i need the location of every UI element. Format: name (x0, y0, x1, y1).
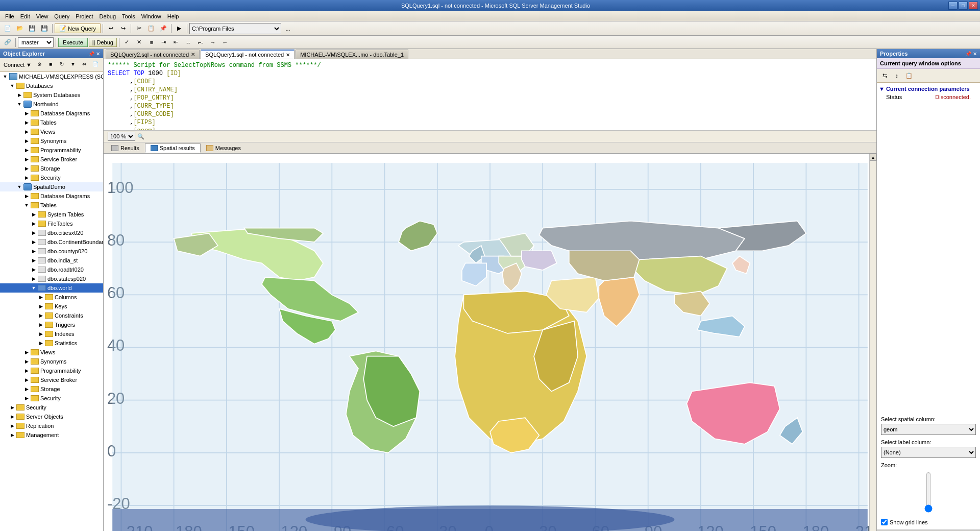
filter-btn[interactable]: ▼ (68, 59, 78, 68)
tree-northwind[interactable]: ▼ Northwind (0, 100, 103, 109)
tree-nw-tables[interactable]: ▶ Tables (0, 118, 103, 127)
menu-query[interactable]: Query (51, 12, 72, 20)
tab-table1[interactable]: MICHAEL-VM\SQLEX...mo - dbo.Table_1 (296, 50, 408, 59)
path-select[interactable]: C:\Program Files (189, 23, 281, 34)
tree-sp-views[interactable]: ▶ Views (0, 348, 103, 357)
sp-diag-expand[interactable]: ▶ (22, 192, 31, 200)
tree-sp-tables[interactable]: ▼ Tables (0, 201, 103, 210)
tree-server[interactable]: ▼ MICHAEL-VM\SQLEXPRESS (SQL Server 1 (0, 72, 103, 81)
refresh-btn[interactable]: ↻ (57, 59, 67, 68)
stat-expand[interactable]: ▶ (37, 339, 45, 347)
close-button[interactable]: ✕ (969, 2, 978, 10)
label-column-select[interactable]: (None) (881, 447, 976, 458)
spatial-results-tab[interactable]: Spatial results (145, 143, 201, 153)
run-btn[interactable]: ▶ (174, 23, 185, 34)
tree-server-objects[interactable]: ▶ Server Objects (0, 412, 103, 421)
sysdb-expand[interactable]: ▶ (15, 91, 23, 99)
zoom-select[interactable]: 100 % (108, 132, 135, 141)
nw-views-expand[interactable]: ▶ (22, 128, 31, 136)
prop-btn3[interactable]: 📋 (903, 70, 915, 81)
menu-view[interactable]: View (33, 12, 52, 20)
world-expand[interactable]: ▼ (30, 284, 38, 292)
sql-editor[interactable]: ****** Script for SelectTopNRows command… (104, 59, 876, 131)
tab-query2-close[interactable]: ✕ (191, 52, 195, 57)
menu-tools[interactable]: Tools (119, 12, 138, 20)
oe-pin-btn[interactable]: 📌 (88, 51, 94, 57)
menu-window[interactable]: Window (138, 12, 164, 20)
disconnect-btn[interactable]: ⊗ (34, 59, 44, 68)
tree-statistics[interactable]: ▶ Statistics (0, 339, 103, 348)
nw-syn-expand[interactable]: ▶ (22, 137, 31, 145)
tree-system-db[interactable]: ▶ System Databases (0, 90, 103, 100)
tree-keys[interactable]: ▶ Keys (0, 302, 103, 311)
debug-button[interactable]: || Debug (89, 38, 117, 47)
tab-query1[interactable]: SQLQuery1.sql - not connected ✕ (201, 50, 295, 59)
server-expand[interactable]: ▼ (1, 73, 9, 81)
tree-sp-diagrams[interactable]: ▶ Database Diagrams (0, 191, 103, 201)
tree-world[interactable]: ▼ dbo.world (0, 283, 103, 293)
sp-prog-expand[interactable]: ▶ (22, 367, 31, 375)
menu-help[interactable]: Help (164, 12, 182, 20)
mgmt-expand[interactable]: ▶ (8, 431, 16, 439)
road-expand[interactable]: ▶ (30, 266, 38, 274)
uncomment-btn[interactable]: ⌐- (195, 37, 206, 48)
sp-views-expand[interactable]: ▶ (22, 348, 31, 356)
nw-sb-expand[interactable]: ▶ (22, 155, 31, 163)
new-query-oe-btn[interactable]: 📄 (90, 59, 101, 68)
new-file-btn[interactable]: 📄 (2, 23, 13, 34)
prop-pin-btn[interactable]: 📌 (965, 51, 971, 57)
sp-expand[interactable]: ▼ (15, 183, 23, 191)
decrease-indent-btn[interactable]: ← (219, 37, 231, 48)
show-grid-lines-checkbox[interactable]: Show grid lines (881, 519, 976, 525)
maximize-button[interactable]: □ (959, 2, 968, 10)
prop-btn2[interactable]: ↕ (891, 70, 902, 81)
tree-nw-security[interactable]: ▶ Security (0, 173, 103, 182)
paste-btn[interactable]: 📌 (158, 23, 169, 34)
collapse-icon[interactable]: ▼ (879, 86, 885, 92)
tree-road[interactable]: ▶ dbo.roadtrl020 (0, 265, 103, 274)
connect-btn[interactable]: 🔗 (2, 37, 13, 48)
tree-triggers[interactable]: ▶ Triggers (0, 320, 103, 329)
repl-expand[interactable]: ▶ (8, 422, 16, 430)
menu-debug[interactable]: Debug (96, 12, 119, 20)
tree-sp-sb[interactable]: ▶ Service Broker (0, 375, 103, 384)
sp-syn-expand[interactable]: ▶ (22, 357, 31, 366)
tab-query2[interactable]: SQLQuery2.sql - not connected ✕ (106, 50, 200, 59)
unindent-btn[interactable]: ⇤ (170, 37, 182, 48)
tree-columns[interactable]: ▶ Columns (0, 293, 103, 302)
tree-filetables[interactable]: ▶ FileTables (0, 219, 103, 228)
nw-expand[interactable]: ▼ (15, 100, 23, 108)
tree-county[interactable]: ▶ dbo.countyp020 (0, 247, 103, 256)
tree-sp-prog[interactable]: ▶ Programmability (0, 366, 103, 375)
results-tab[interactable]: Results (106, 143, 145, 153)
tree-sp-synonyms[interactable]: ▶ Synonyms (0, 357, 103, 366)
cons-expand[interactable]: ▶ (37, 311, 45, 320)
tree-system-tables[interactable]: ▶ System Tables (0, 210, 103, 219)
results-btn[interactable]: ≡ (146, 37, 157, 48)
stop-btn[interactable]: ■ (45, 59, 56, 68)
database-select[interactable]: master (18, 37, 54, 47)
county-expand[interactable]: ▶ (30, 247, 38, 255)
grid-lines-check[interactable] (881, 519, 888, 525)
tree-management[interactable]: ▶ Management (0, 430, 103, 440)
new-query-button[interactable]: 📝 New Query (55, 23, 101, 33)
map-scroll-up[interactable]: ▲ (870, 154, 876, 161)
tree-nw-views[interactable]: ▶ Views (0, 127, 103, 136)
sp-sb-expand[interactable]: ▶ (22, 376, 31, 384)
connect-label-btn[interactable]: Connect ▼ (2, 59, 33, 70)
top-sec-expand[interactable]: ▶ (8, 403, 16, 412)
sys-tables-expand[interactable]: ▶ (30, 210, 38, 219)
save-all-btn[interactable]: 💾 (39, 23, 50, 34)
trig-expand[interactable]: ▶ (37, 321, 45, 329)
nw-tables-expand[interactable]: ▶ (22, 118, 31, 127)
execute-button[interactable]: Execute (58, 38, 88, 47)
ft-expand[interactable]: ▶ (30, 220, 38, 228)
increase-indent-btn[interactable]: → (207, 37, 218, 48)
tree-nw-sb[interactable]: ▶ Service Broker (0, 155, 103, 164)
tree-top-security[interactable]: ▶ Security (0, 403, 103, 412)
srv-obj-expand[interactable]: ▶ (8, 413, 16, 421)
prop-btn1[interactable]: ⇆ (879, 70, 890, 81)
db-expand[interactable]: ▼ (8, 82, 16, 90)
tree-sp-storage[interactable]: ▶ Storage (0, 384, 103, 394)
sp-tables-expand[interactable]: ▼ (22, 201, 31, 209)
